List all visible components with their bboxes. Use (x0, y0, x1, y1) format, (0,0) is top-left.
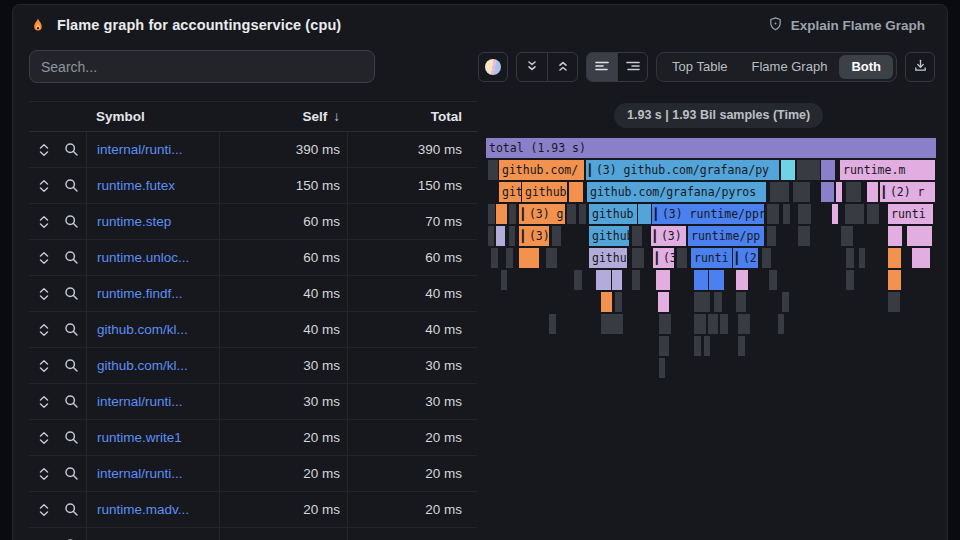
expand-collapse-icon[interactable] (32, 354, 56, 378)
flame-frame[interactable] (781, 160, 795, 180)
flame-frame[interactable] (501, 270, 507, 290)
flame-frame[interactable] (738, 314, 750, 334)
search-symbol-icon[interactable] (59, 174, 83, 198)
search-symbol-icon[interactable] (59, 210, 83, 234)
flame-frame[interactable] (770, 182, 789, 202)
flame-frame[interactable] (767, 226, 776, 246)
flame-frame[interactable] (793, 182, 810, 202)
expand-all-button[interactable] (547, 53, 577, 81)
flame-frame[interactable] (720, 314, 728, 334)
flame-frame[interactable] (888, 248, 901, 268)
flame-frame[interactable]: github (589, 204, 637, 224)
flame-frame[interactable]: ▎(3) (651, 226, 686, 246)
search-symbol-icon[interactable] (59, 462, 83, 486)
expand-collapse-icon[interactable] (32, 498, 56, 522)
search-symbol-icon[interactable] (59, 426, 83, 450)
flame-frame[interactable] (912, 248, 930, 268)
flame-frame[interactable] (704, 336, 710, 356)
flame-frame[interactable] (709, 270, 724, 290)
flame-frame[interactable] (638, 204, 651, 224)
flame-frame[interactable] (836, 182, 842, 202)
search-symbol-icon[interactable] (59, 282, 83, 306)
symbol-link[interactable]: runtime.findf... (97, 286, 183, 301)
symbol-link[interactable]: runtime.step (97, 214, 171, 229)
search-symbol-icon[interactable] (59, 318, 83, 342)
flame-frame[interactable] (769, 270, 777, 290)
flame-frame[interactable] (601, 292, 612, 312)
flame-frame[interactable] (797, 160, 820, 180)
flame-frame[interactable] (519, 248, 539, 268)
flame-frame[interactable]: ▎(3 (653, 248, 674, 268)
search-symbol-icon[interactable] (59, 246, 83, 270)
flame-frame[interactable] (659, 314, 671, 334)
flame-frame[interactable]: ▎(3) g (519, 204, 565, 224)
flame-frame[interactable] (601, 314, 623, 334)
expand-collapse-icon[interactable] (32, 138, 56, 162)
flame-frame[interactable] (496, 226, 505, 246)
flame-frame[interactable]: ▎(3) (519, 226, 549, 246)
flame-frame[interactable] (846, 182, 861, 202)
align-right-button[interactable] (617, 53, 647, 81)
flame-frame[interactable] (708, 314, 718, 334)
flame-frame[interactable]: github.com/ (499, 160, 584, 180)
flame-frame[interactable] (496, 204, 507, 224)
flame-frame[interactable] (552, 226, 561, 246)
flame-frame[interactable] (736, 270, 748, 290)
flame-frame[interactable] (846, 248, 854, 268)
flame-frame[interactable] (656, 270, 670, 290)
expand-collapse-icon[interactable] (32, 210, 56, 234)
symbol-link[interactable]: runtime.unloc... (97, 250, 189, 265)
flame-frame[interactable] (567, 204, 576, 224)
flame-frame[interactable] (658, 292, 669, 312)
align-left-button[interactable] (587, 53, 617, 81)
symbol-link[interactable]: runtime.futex (97, 178, 175, 193)
flame-frame[interactable] (846, 270, 854, 290)
symbol-link[interactable]: internal/runti... (97, 142, 183, 157)
symbol-link[interactable]: github.com/kl... (97, 322, 188, 337)
flame-frame[interactable] (798, 204, 811, 224)
flame-frame[interactable]: github (589, 226, 629, 246)
flame-frame[interactable] (632, 270, 640, 290)
explain-flame-graph-button[interactable]: Explain Flame Graph (762, 15, 931, 36)
flame-frame[interactable]: github.com/grafana/pyros (587, 182, 766, 202)
flame-frame[interactable] (867, 182, 878, 202)
flame-frame[interactable]: runti (888, 204, 933, 224)
flame-frame[interactable] (488, 226, 494, 246)
flame-frame[interactable] (888, 270, 901, 290)
flame-frame[interactable] (738, 336, 745, 356)
flame-frame[interactable] (736, 292, 746, 312)
search-input[interactable] (29, 50, 375, 83)
flame-frame[interactable]: runtime.m (840, 160, 935, 180)
flame-frame[interactable] (612, 270, 622, 290)
flame-frame[interactable]: ▎(3) github.com/grafana/py (586, 160, 779, 180)
search-symbol-icon[interactable] (59, 534, 83, 540)
expand-collapse-icon[interactable] (32, 534, 56, 540)
flame-frame[interactable]: runtime/pp (688, 226, 764, 246)
expand-collapse-icon[interactable] (32, 462, 56, 486)
flame-frame[interactable] (615, 292, 622, 312)
flame-frame[interactable] (888, 226, 902, 246)
flame-frame[interactable] (659, 336, 669, 356)
symbol-link[interactable]: runtime.write1 (97, 430, 182, 445)
flame-frame[interactable] (694, 292, 710, 312)
flame-frame[interactable] (888, 292, 900, 312)
search-symbol-icon[interactable] (59, 390, 83, 414)
flame-frame[interactable] (694, 314, 706, 334)
flame-frame[interactable] (632, 248, 644, 268)
flame-frame[interactable] (907, 226, 932, 246)
flame-frame[interactable] (509, 226, 515, 246)
flame-frame[interactable] (841, 226, 853, 246)
flame-frame[interactable]: githu (589, 248, 627, 268)
flame-frame[interactable] (798, 226, 810, 246)
view-mode-flame-graph[interactable]: Flame Graph (740, 55, 840, 79)
flame-frame[interactable] (491, 248, 498, 268)
search-symbol-icon[interactable] (59, 354, 83, 378)
flame-frame[interactable] (694, 336, 701, 356)
view-mode-top-table[interactable]: Top Table (660, 55, 739, 79)
flame-frame[interactable] (677, 248, 687, 268)
flame-frame[interactable] (832, 204, 838, 224)
column-header-symbol[interactable]: Symbol (86, 102, 219, 131)
symbol-link[interactable]: internal/runti... (97, 394, 183, 409)
search-symbol-icon[interactable] (59, 138, 83, 162)
flame-frame[interactable] (488, 204, 495, 224)
